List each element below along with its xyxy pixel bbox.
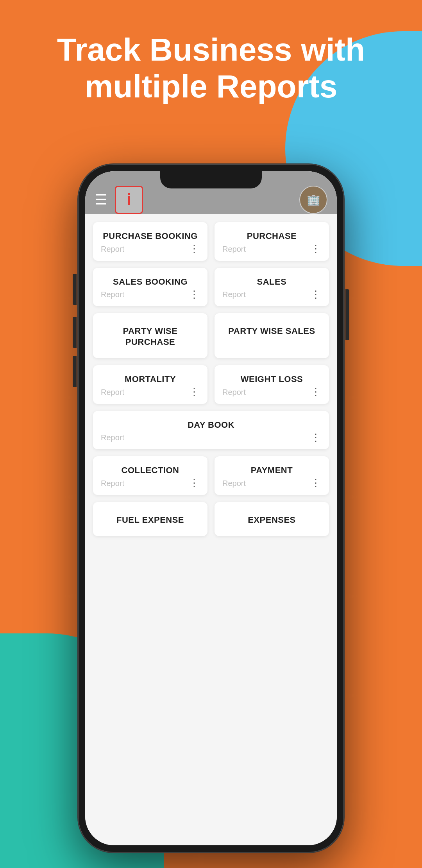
report-bottom-sales: Report⋮ [222,290,321,299]
reports-grid: PURCHASE BOOKINGReport⋮PURCHASEReport⋮SA… [93,222,329,536]
more-options-day-book[interactable]: ⋮ [311,435,321,441]
more-options-payment[interactable]: ⋮ [311,480,321,486]
report-title-collection: COLLECTION [101,465,200,476]
app-logo: i [115,186,143,214]
report-card-mortality[interactable]: MORTALITYReport⋮ [93,365,207,404]
more-options-mortality[interactable]: ⋮ [189,389,200,395]
report-label-sales-booking: Report [101,290,124,299]
report-title-sales: SALES [222,276,321,287]
report-label-purchase: Report [222,245,246,254]
header-section: Track Business with multiple Reports [0,31,422,105]
report-bottom-purchase: Report⋮ [222,245,321,254]
report-card-purchase-booking[interactable]: PURCHASE BOOKINGReport⋮ [93,222,207,261]
report-title-fuel-expense: FUEL EXPENSE [101,515,200,525]
report-title-weight-loss: WEIGHT LOSS [222,374,321,385]
header-title: Track Business with multiple Reports [31,31,391,105]
more-options-sales-booking[interactable]: ⋮ [189,292,200,298]
report-title-mortality: MORTALITY [101,374,200,385]
report-label-day-book: Report [101,433,124,442]
report-card-payment[interactable]: PAYMENTReport⋮ [215,456,329,495]
report-label-purchase-booking: Report [101,245,124,254]
report-title-payment: PAYMENT [222,465,321,476]
report-card-party-wise-purchase[interactable]: PARTY WISE PURCHASE [93,313,207,358]
report-bottom-payment: Report⋮ [222,479,321,488]
phone-screen: ☰ i 🏢 PURCHASE BOOKINGReport⋮PURCHASERep… [85,171,337,845]
hamburger-icon[interactable]: ☰ [95,193,107,207]
report-title-party-wise-purchase: PARTY WISE PURCHASE [101,326,200,347]
report-card-fuel-expense[interactable]: FUEL EXPENSE [93,502,207,536]
report-title-sales-booking: SALES BOOKING [101,276,200,287]
report-title-party-wise-sales: PARTY WISE SALES [222,326,321,337]
report-bottom-mortality: Report⋮ [101,388,200,397]
report-bottom-weight-loss: Report⋮ [222,388,321,397]
report-label-payment: Report [222,479,246,488]
more-options-purchase[interactable]: ⋮ [311,246,321,252]
report-card-weight-loss[interactable]: WEIGHT LOSSReport⋮ [215,365,329,404]
report-title-day-book: DAY BOOK [101,420,321,430]
more-options-collection[interactable]: ⋮ [189,480,200,486]
report-card-sales-booking[interactable]: SALES BOOKINGReport⋮ [93,268,207,307]
report-label-mortality: Report [101,388,124,397]
report-bottom-sales-booking: Report⋮ [101,290,200,299]
report-label-collection: Report [101,479,124,488]
report-label-weight-loss: Report [222,388,246,397]
report-card-sales[interactable]: SALESReport⋮ [215,268,329,307]
report-title-purchase: PURCHASE [222,231,321,242]
report-card-day-book[interactable]: DAY BOOKReport⋮ [93,411,329,450]
phone-notch [160,171,262,188]
report-title-purchase-booking: PURCHASE BOOKING [101,231,200,242]
report-card-party-wise-sales[interactable]: PARTY WISE SALES [215,313,329,358]
report-bottom-day-book: Report⋮ [101,433,321,442]
report-card-collection[interactable]: COLLECTIONReport⋮ [93,456,207,495]
report-card-purchase[interactable]: PURCHASEReport⋮ [215,222,329,261]
more-options-purchase-booking[interactable]: ⋮ [189,246,200,252]
report-bottom-purchase-booking: Report⋮ [101,245,200,254]
report-card-expenses[interactable]: EXPENSES [215,502,329,536]
avatar[interactable]: 🏢 [299,186,327,214]
more-options-weight-loss[interactable]: ⋮ [311,389,321,395]
report-label-sales: Report [222,290,246,299]
more-options-sales[interactable]: ⋮ [311,292,321,298]
reports-container: PURCHASE BOOKINGReport⋮PURCHASEReport⋮SA… [85,214,337,845]
phone-outer-shell: ☰ i 🏢 PURCHASE BOOKINGReport⋮PURCHASERep… [78,164,344,852]
report-title-expenses: EXPENSES [222,515,321,525]
phone-mockup: ☰ i 🏢 PURCHASE BOOKINGReport⋮PURCHASERep… [78,164,344,852]
report-bottom-collection: Report⋮ [101,479,200,488]
